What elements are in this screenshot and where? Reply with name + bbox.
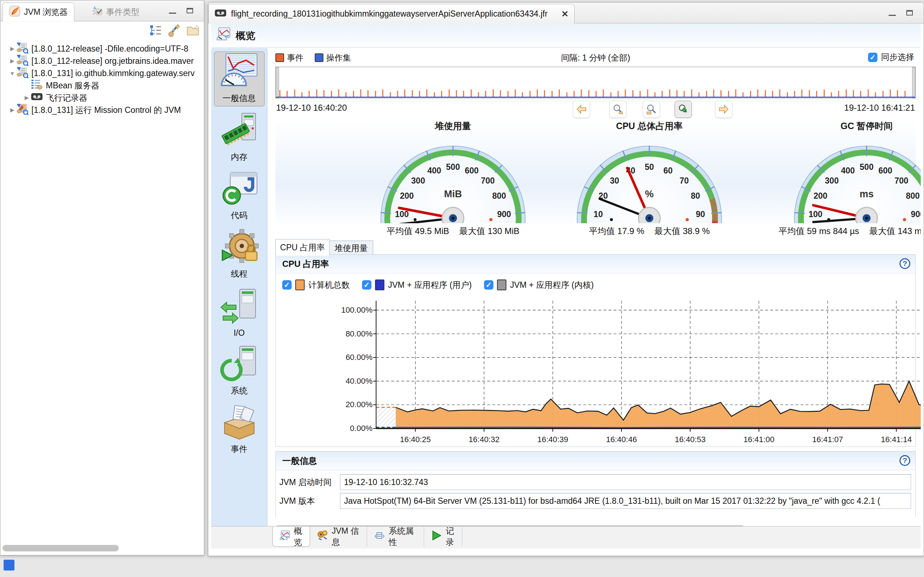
sidebar-item-general-info[interactable]: 一般信息 [214,52,265,106]
tree-item[interactable]: ▼[1.8.0_131] io.github.kimmking.gateway.… [0,67,204,79]
twisty-expanded-icon[interactable]: ▼ [8,70,16,76]
twisty-collapsed-icon[interactable]: ▶ [8,58,16,64]
twisty-collapsed-icon[interactable]: ▶ [23,95,31,101]
y-axis-label: 100.00% [333,305,373,315]
y-axis-label: 60.00% [333,353,373,362]
threads-icon [220,228,259,267]
new-connection-icon[interactable] [167,23,181,37]
page-header: 概览 [211,24,921,48]
sidebar-item-memory[interactable]: 内存 [214,110,265,165]
tree-item[interactable]: ▶[1.8.0_131] 运行 Mission Control 的 JVM [0,104,204,116]
sidebar-item-label: 事件 [231,443,247,455]
tree-item[interactable]: ▶飞行记录器 [0,92,204,104]
main-maximize-button[interactable] [903,8,916,18]
new-folder-icon[interactable] [186,23,200,37]
tab-system-properties[interactable]: ‹›系统属性 [367,527,424,547]
tab-jvm-information[interactable]: JVM 信息 [310,527,367,547]
jvm-browser-window: JVM 浏览器 事件类型 ▶[1.8.0_112-release] -Dfile… [0,0,204,555]
editor-tab[interactable]: flight_recording_180131iogithubkimmkingg… [208,4,575,23]
tab-overview[interactable]: 概览 [273,527,310,547]
jvm-info-icon [317,530,328,543]
legend-checkbox[interactable] [484,280,493,290]
arrow-left-icon [576,105,587,114]
sidebar-item-code[interactable]: 代码 [214,168,265,223]
magnifier-icon [646,104,657,115]
sync-selection-checkbox[interactable] [868,53,877,62]
sync-selection[interactable]: 同步选择 [868,52,914,63]
bottom-tab-label: JVM 信息 [332,525,360,548]
tree-item[interactable]: ▶[1.8.0_112-release] org.jetbrains.idea.… [0,55,204,67]
gauge-dial: 0102030405060708090100% [563,133,736,223]
minimize-button[interactable] [166,5,179,16]
recorder-icon [215,7,227,21]
legend-item-2: JVM + 应用程序 (内核) [484,279,594,291]
svg-text:400: 400 [427,166,441,175]
nav-forward-button[interactable] [715,101,732,118]
bottom-tab-label: 概览 [294,525,303,548]
events-icon [220,403,259,442]
tree-item[interactable]: MBean 服务器 [0,79,204,92]
gauges-row: 堆使用量01002003004005006007008009001000MiB平… [275,120,916,239]
legend-item-1: JVM + 应用程序 (用户) [362,279,472,291]
close-icon[interactable]: ✕ [561,9,569,19]
info-row-value[interactable]: Java HotSpot(TM) 64-Bit Server VM (25.13… [340,493,911,509]
info-row: JVM 启动时间19-12-10 16:10:32.743 [279,474,911,490]
gauge-dial: 01002003004005006007008009001000MiB [366,133,540,223]
svg-text:300: 300 [411,176,425,185]
svg-text:100: 100 [809,210,822,219]
overview-content: 事件 操作集 间隔: 1 分钟 (全部) 同步选择 19-12-10 16:40… [267,48,921,526]
collapse-all-icon[interactable] [149,23,163,37]
gauge-title: CPU 总体占用率 [556,120,743,133]
sidebar-item-threads[interactable]: 线程 [214,227,265,282]
sidebar-item-system[interactable]: 系统 [214,344,265,398]
event-types-icon [92,5,102,18]
magnifier-minus-icon [612,104,624,115]
sidebar-item-label: 线程 [231,268,247,279]
timeline-left-handle[interactable] [276,67,279,98]
interval-label: 间隔: 1 分钟 (全部) [561,52,630,63]
sidebar-item-events[interactable]: 事件 [214,402,265,457]
nav-back-button[interactable] [573,101,590,118]
editor-tabbar: flight_recording_180131iogithubkimmkingg… [208,3,924,23]
sidebar-item-io[interactable]: I/O [214,285,265,340]
timeline-right-handle[interactable] [912,67,915,98]
x-axis-label: 16:40:39 [531,435,575,444]
maximize-button[interactable] [184,5,196,16]
legend-swatch [497,279,506,290]
tab-jvm-browser[interactable]: JVM 浏览器 [3,3,74,21]
svg-text:400: 400 [841,166,855,175]
twisty-collapsed-icon[interactable]: ▶ [8,45,16,52]
jvm-browser-icon [10,6,20,19]
tab-event-types[interactable]: 事件类型 [85,3,146,21]
y-axis-label: 20.00% [333,400,373,409]
svg-text:900: 900 [911,210,921,219]
info-row-value[interactable]: 19-12-10 16:10:32.743 [340,474,911,490]
svg-text:600: 600 [465,166,478,175]
tab-heap-usage[interactable]: 堆使用量 [329,240,373,256]
general-info-section: 一般信息 ? JVM 启动时间19-12-10 16:10:32.743JVM … [275,451,916,517]
timeline-range-selector[interactable] [275,67,916,98]
heap-usage-gauge: 堆使用量01002003004005006007008009001000MiB平… [359,120,547,239]
help-icon[interactable]: ? [900,455,910,466]
svg-text:500: 500 [446,162,460,172]
twisty-collapsed-icon[interactable]: ▶ [8,107,16,113]
flight-recorder-icon [31,92,43,104]
tab-cpu-usage[interactable]: CPU 占用率 [275,239,330,256]
gauge-stats: 平均值 49.5 MiB最大值 130 MiB [359,226,547,237]
system-icon [220,345,259,384]
left-horizontal-scrollbar[interactable] [2,545,202,551]
jvm-tree: ▶[1.8.0_112-release] -Dfile.encoding=UTF… [0,43,204,116]
recording-icon [431,530,442,543]
overview-icon [216,27,231,44]
zoom-selection-button[interactable] [643,101,660,118]
gauge-dial: 01002003004005006007008009001000ms [780,133,921,223]
jvm-connection-icon [16,43,29,55]
x-axis-label: 16:40:25 [394,435,437,444]
main-minimize-button[interactable] [886,8,898,18]
zoom-out-button[interactable] [609,101,627,118]
tree-item[interactable]: ▶[1.8.0_112-release] -Dfile.encoding=UTF… [0,43,204,55]
zoom-in-button[interactable] [675,101,692,118]
tab-recording[interactable]: 记录 [424,527,462,547]
help-icon[interactable]: ? [900,258,910,269]
cpu-usage-chart[interactable] [373,293,921,435]
